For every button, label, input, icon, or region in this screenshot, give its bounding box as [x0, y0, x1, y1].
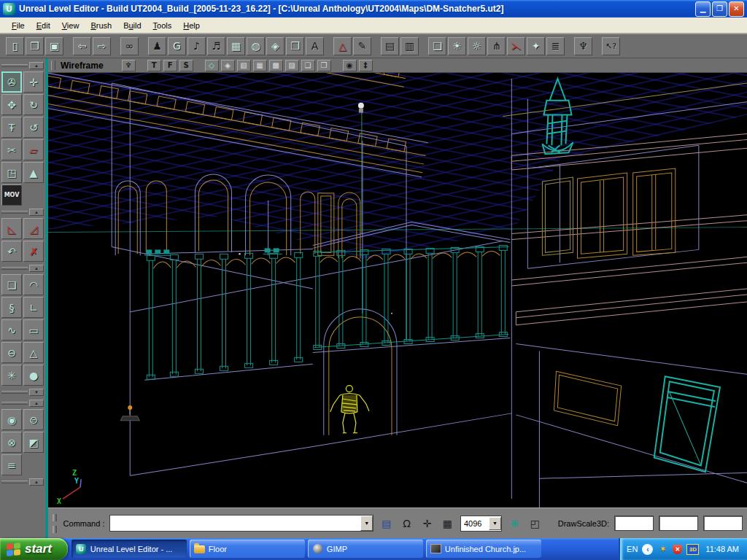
sound-browser-button[interactable]: ♬ [207, 37, 225, 55]
build-all-button[interactable]: ✦ [527, 37, 545, 55]
volumetric-brush-button[interactable]: ✳ [1, 365, 22, 386]
clip-marker-b-button[interactable]: ◿ [23, 218, 44, 239]
drag-grid-button[interactable]: ▦ [440, 516, 455, 532]
save-map-button[interactable]: ▣ [45, 37, 63, 55]
task-floor-folder[interactable]: Floor [190, 540, 305, 558]
toolbar-grip[interactable] [51, 61, 55, 70]
lock-selection-button[interactable]: Ω [399, 516, 414, 532]
palette-scroll-up-button[interactable]: ▲ [29, 62, 44, 69]
textured-mode-button[interactable]: ▦ [253, 60, 267, 71]
actor-browser-button[interactable]: ♟ [148, 37, 166, 55]
top-view-button[interactable]: T [147, 60, 161, 71]
realtime-preview-button[interactable]: ♆ [122, 60, 136, 71]
clip-marker-a-button[interactable]: ◺ [1, 218, 22, 239]
palette-scroll-up-button[interactable]: ▲ [29, 209, 44, 216]
redo-button[interactable]: ⇨ [93, 37, 111, 55]
show-selected-button[interactable]: ◉ [1, 409, 22, 430]
rotation-grid-button[interactable]: ❋ [507, 516, 522, 532]
maximize-viewport-button[interactable]: ◰ [527, 516, 543, 532]
invert-hidden-button[interactable]: ⊗ [1, 432, 22, 453]
viewport-pin-button[interactable]: ‡ [359, 60, 373, 71]
sheet-brush-button[interactable]: ▭ [23, 319, 44, 341]
minimize-button[interactable]: ▁ [695, 1, 711, 17]
actor-classes-button[interactable]: △ [333, 37, 352, 55]
drawscale-x-field[interactable] [614, 516, 654, 531]
menu-tools[interactable]: Tools [147, 19, 178, 32]
task-unfinished-church-image[interactable]: Unfinished Church.jp... [426, 540, 541, 558]
cube-brush-button[interactable]: ❑ [1, 274, 22, 295]
build-options-button[interactable]: ≣ [546, 37, 565, 55]
player-start-actor[interactable] [330, 386, 369, 433]
show-flags-button[interactable]: ◉ [343, 60, 357, 71]
2d-shape-editor-button[interactable]: ✎ [353, 37, 371, 55]
terrain-editing-button[interactable]: ▲ [23, 162, 44, 183]
show-all-button[interactable]: ◩ [23, 432, 44, 453]
taskbar-clock[interactable]: 11:48 AM [705, 545, 739, 553]
new-map-button[interactable]: ▯ [6, 37, 24, 55]
menu-build[interactable]: Build [117, 19, 147, 32]
undo-button[interactable]: ⇦ [73, 37, 91, 55]
build-geometry-button[interactable]: ❑ [428, 37, 446, 55]
menu-help[interactable]: Help [177, 19, 206, 32]
menu-file[interactable]: File [6, 19, 31, 32]
mesh-viewer-button[interactable]: ◍ [247, 37, 265, 55]
context-help-button[interactable]: ↖? [602, 37, 620, 55]
menu-edit[interactable]: Edit [31, 19, 56, 32]
depth-complexity-button[interactable]: ❏ [301, 60, 315, 71]
torch-actor[interactable] [120, 405, 139, 421]
viewport-canvas[interactable]: Z Y X [48, 73, 747, 508]
curved-stairs-button[interactable]: ◠ [23, 274, 44, 295]
palette-scroll-up-button[interactable]: ▲ [29, 265, 44, 272]
front-view-button[interactable]: F [163, 60, 177, 71]
play-map-button[interactable]: ♆ [574, 37, 592, 55]
texture-browser-button[interactable]: ▦ [227, 37, 245, 55]
task-unreal-editor[interactable]: U Unreal Level Editor - ... [71, 540, 187, 558]
statusbar-grip[interactable] [53, 514, 58, 533]
drawscale-z-field[interactable] [703, 516, 743, 531]
wireframe-mode-button[interactable]: ◇ [205, 60, 219, 71]
build-bot-paths-button[interactable]: ⋋ [507, 37, 525, 55]
keys-tray-icon[interactable]: ✶ [657, 544, 668, 555]
side-view-button[interactable]: S [179, 60, 193, 71]
task-gimp[interactable]: GIMP [308, 540, 423, 558]
bsp-cuts-mode-button[interactable]: ▧ [237, 60, 251, 71]
lit-mode-button[interactable]: ▩ [269, 60, 283, 71]
3d-app-tray-icon[interactable]: 3D [686, 544, 699, 555]
generic-browser-button[interactable]: G [168, 37, 186, 55]
cylinder-brush-button[interactable]: ⊖ [1, 342, 22, 363]
actor-rotate-button[interactable]: ↻ [23, 94, 44, 115]
prefab-browser-button[interactable]: ❒ [286, 37, 304, 55]
3d-viewport[interactable]: Z Y X [48, 73, 747, 508]
palette-scroll-down-button[interactable]: ▼ [29, 389, 44, 396]
vertex-editing-button[interactable]: ✛ [23, 71, 44, 93]
command-dropdown-button[interactable]: ▼ [360, 516, 373, 531]
tray-collapse-chevron[interactable]: ‹ [642, 544, 653, 555]
music-browser-button[interactable]: ♪ [187, 37, 206, 55]
actor-scaling-button[interactable]: ✥ [1, 94, 22, 115]
title-bar[interactable]: U Unreal Level Editor - Build UT2004_Bui… [0, 0, 747, 18]
sphere-brush-button[interactable]: ● [23, 365, 44, 386]
palette-scroll-up-button[interactable]: ▲ [29, 400, 44, 407]
command-input[interactable] [110, 516, 360, 531]
zone-portal-mode-button[interactable]: ◈ [221, 60, 235, 71]
menu-view[interactable]: View [56, 19, 85, 32]
flip-clip-button[interactable]: ↶ [1, 241, 22, 262]
brush-clipping-button[interactable]: ✂ [1, 139, 22, 160]
grid-size-dropdown-button[interactable]: ▼ [489, 517, 501, 530]
actor-properties-button[interactable]: ▤ [381, 37, 399, 55]
start-button[interactable]: start [0, 538, 68, 560]
unlit-mode-button[interactable]: ▨ [285, 60, 299, 71]
log-window-button[interactable]: ▤ [379, 516, 394, 532]
freehand-polygon-button[interactable]: ▱ [23, 139, 44, 160]
maximize-button[interactable]: ❐ [712, 1, 727, 17]
build-paths-button[interactable]: ⋔ [487, 37, 506, 55]
face-drag-button[interactable]: ◳ [1, 162, 22, 183]
spiral-stairs-button[interactable]: § [1, 297, 22, 318]
move-actors-button[interactable]: ✛ [419, 516, 435, 532]
texture-rotate-button[interactable]: ↺ [23, 117, 44, 138]
build-changed-lighting-button[interactable]: ☼ [468, 37, 486, 55]
palette-scroll-up-button[interactable]: ▲ [29, 478, 44, 486]
bent-sheet-button[interactable]: ∿ [1, 319, 22, 341]
static-mesh-browser-button[interactable]: ◈ [266, 37, 285, 55]
surface-properties-button[interactable]: ▥ [400, 37, 419, 55]
